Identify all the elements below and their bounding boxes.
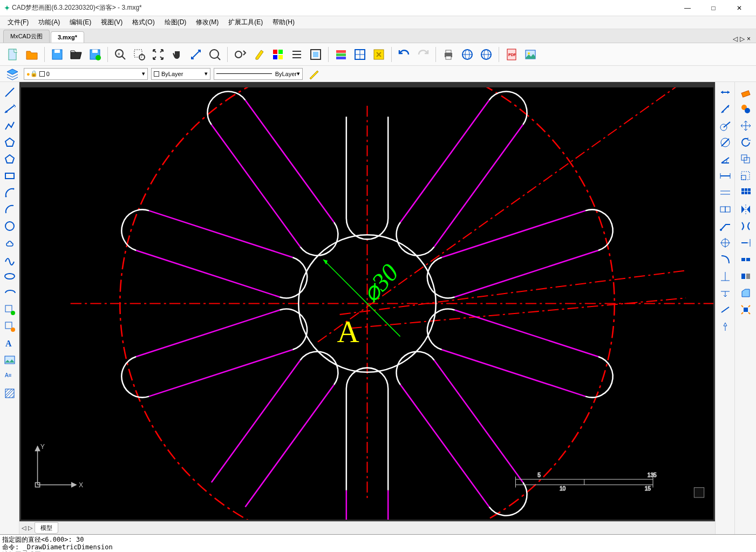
mtext-button[interactable]: A≡ xyxy=(2,369,18,385)
block-button[interactable] xyxy=(351,46,369,63)
pan-button[interactable] xyxy=(168,46,186,63)
layout-prev-icon[interactable]: ◁ xyxy=(22,524,26,531)
offset-button[interactable] xyxy=(738,151,754,167)
ellipse-arc-button[interactable] xyxy=(2,285,18,301)
layers-button[interactable] xyxy=(332,46,350,63)
copy-button[interactable] xyxy=(738,101,754,117)
pdf-export-button[interactable]: PDF xyxy=(503,46,520,63)
menu-modify[interactable]: 修改(M) xyxy=(192,16,223,29)
dim-aligned-button[interactable] xyxy=(717,101,733,117)
zoom-window-button[interactable] xyxy=(131,46,148,63)
polygon-button[interactable] xyxy=(2,134,18,151)
circle-button[interactable] xyxy=(2,218,18,234)
text-button[interactable]: A xyxy=(2,335,18,351)
image-export-button[interactable] xyxy=(522,46,539,63)
spline-button[interactable] xyxy=(2,251,18,268)
print-button[interactable] xyxy=(440,46,457,63)
dim-arc-button[interactable] xyxy=(717,251,733,268)
menu-edit[interactable]: 编辑(E) xyxy=(65,16,96,29)
tabnav-prev-icon[interactable]: ◁ xyxy=(733,35,738,43)
menu-view[interactable]: 视图(V) xyxy=(97,16,127,29)
dim-style-button[interactable] xyxy=(717,318,733,335)
dim-diameter-button[interactable] xyxy=(717,134,733,151)
tab-doc-3mxg[interactable]: 3.mxg* xyxy=(51,31,84,43)
saveas-button[interactable] xyxy=(86,46,104,63)
new-file-button[interactable] xyxy=(4,46,22,63)
menu-draw[interactable]: 绘图(D) xyxy=(160,16,191,29)
open-folder-button[interactable] xyxy=(67,46,85,63)
zoom-realtime-button[interactable]: ± xyxy=(112,46,129,63)
menu-func[interactable]: 功能(A) xyxy=(34,16,64,29)
command-history[interactable]: 指定圆的直径<6.000>: 30 命令: _DrawDiametricDime… xyxy=(2,536,754,552)
erase-button[interactable] xyxy=(738,84,754,100)
tabnav-close-icon[interactable]: × xyxy=(747,35,751,43)
dim-linear-button[interactable] xyxy=(717,84,733,100)
menu-format[interactable]: 格式(O) xyxy=(128,16,159,29)
zoom-lens-button[interactable] xyxy=(206,46,223,63)
break-button[interactable] xyxy=(738,251,754,268)
tab-cloud[interactable]: MxCAD云图 xyxy=(3,30,50,43)
menu-file[interactable]: 文件(F) xyxy=(3,16,33,29)
fillet-button[interactable] xyxy=(738,268,754,284)
drawing-canvas[interactable]: ⌀30 A Y X 5 135 10 15 xyxy=(19,82,715,521)
screenshot-button[interactable] xyxy=(307,46,324,63)
xline-button[interactable] xyxy=(2,101,18,117)
rotate-button[interactable] xyxy=(738,134,754,151)
dim-angular-button[interactable] xyxy=(717,151,733,167)
dim-edit-button[interactable] xyxy=(717,285,733,301)
insert-block-button[interactable] xyxy=(2,302,18,318)
save-button[interactable] xyxy=(49,46,66,63)
list-button[interactable] xyxy=(288,46,305,63)
scale-button[interactable] xyxy=(738,168,754,184)
tabnav-next-icon[interactable]: ▷ xyxy=(740,35,745,43)
web-button[interactable] xyxy=(459,46,476,63)
arc-button[interactable] xyxy=(2,185,18,201)
close-button[interactable]: ✕ xyxy=(727,1,752,16)
polygon2-button[interactable] xyxy=(2,151,18,167)
image-button[interactable] xyxy=(2,352,18,368)
color-combo[interactable]: ByLayer▾ xyxy=(151,68,210,80)
hatch-button[interactable] xyxy=(2,385,18,401)
dim-continue-button[interactable] xyxy=(717,185,733,201)
menu-ext[interactable]: 扩展工具(E) xyxy=(224,16,267,29)
pen-button[interactable] xyxy=(306,67,322,81)
block-edit-button[interactable] xyxy=(370,46,387,63)
polyline-button[interactable] xyxy=(2,118,18,134)
dim-oblique-button[interactable] xyxy=(717,302,733,318)
minimize-button[interactable]: — xyxy=(675,1,700,16)
redo-button[interactable] xyxy=(414,46,432,63)
layer-manager-button[interactable] xyxy=(4,67,21,81)
dim-ordinate-button[interactable] xyxy=(717,268,733,284)
highlight-button[interactable] xyxy=(250,46,268,63)
zoom-prev-button[interactable] xyxy=(187,46,205,63)
rectangle-button[interactable] xyxy=(2,168,18,184)
ellipse-button[interactable] xyxy=(2,268,18,284)
arc3p-button[interactable] xyxy=(2,201,18,217)
explode-button[interactable] xyxy=(738,302,754,318)
mirror-button[interactable] xyxy=(738,201,754,217)
trim-button[interactable] xyxy=(738,218,754,234)
layout-next-icon[interactable]: ▷ xyxy=(28,524,32,531)
open-file-button[interactable] xyxy=(23,46,40,63)
make-block-button[interactable] xyxy=(2,318,18,335)
undo-button[interactable] xyxy=(396,46,413,63)
layer-combo[interactable]: ●🔒 0 ▾ xyxy=(24,68,148,80)
extend-button[interactable] xyxy=(738,235,754,251)
menu-help[interactable]: 帮助(H) xyxy=(268,16,299,29)
chamfer-button[interactable] xyxy=(738,285,754,301)
model-tab[interactable]: 模型 xyxy=(35,522,58,534)
web2-button[interactable] xyxy=(478,46,495,63)
dim-horizontal-button[interactable] xyxy=(717,168,733,184)
linetype-combo[interactable]: ByLayer▾ xyxy=(214,68,303,80)
maximize-button[interactable]: □ xyxy=(701,1,726,16)
leader-button[interactable] xyxy=(717,218,733,234)
zoom-scale-button[interactable] xyxy=(231,46,249,63)
centermark-button[interactable] xyxy=(717,235,733,251)
revcloud-button[interactable] xyxy=(2,235,18,251)
array-button[interactable] xyxy=(738,185,754,201)
line-button[interactable] xyxy=(2,84,18,100)
zoom-extents-button[interactable] xyxy=(149,46,167,63)
move-button[interactable] xyxy=(738,118,754,134)
tolerance-button[interactable] xyxy=(717,201,733,217)
color-palette-button[interactable] xyxy=(269,46,287,63)
